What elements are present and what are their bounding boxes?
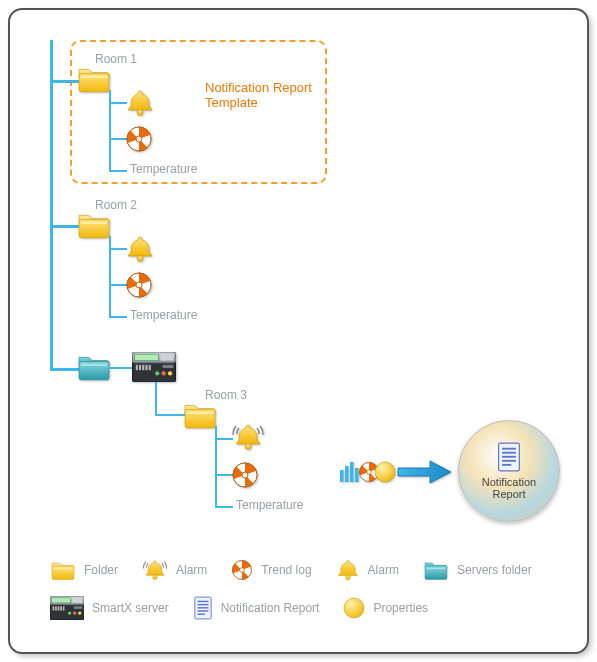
- smartx-server-icon: [132, 352, 176, 382]
- legend-label: SmartX server: [92, 601, 169, 615]
- room2-temp: Temperature: [130, 308, 197, 322]
- connector: [50, 225, 80, 228]
- connector: [50, 368, 80, 371]
- legend-alarm-bell: Alarm: [336, 558, 399, 582]
- flow-group: [340, 458, 454, 486]
- diagram-frame: Notification Report Template Room 1 Temp…: [8, 8, 589, 654]
- legend-trend: Trend log: [231, 559, 311, 581]
- folder-icon: [77, 64, 111, 94]
- legend-properties: Properties: [343, 597, 428, 619]
- connector: [110, 367, 132, 369]
- legend-folder: Folder: [50, 559, 118, 581]
- legend-label: Alarm: [176, 563, 207, 577]
- result-circle: Notification Report: [458, 420, 560, 522]
- folder-icon: [77, 210, 111, 240]
- tree-trunk: [50, 40, 53, 370]
- connector: [109, 316, 127, 318]
- properties-icon: [374, 461, 396, 483]
- legend-alarm-ring: Alarm: [142, 558, 207, 582]
- connector: [109, 170, 127, 172]
- legend-row: SmartX server Notification Report Proper…: [50, 596, 567, 620]
- bell-icon: [125, 234, 155, 264]
- svg-rect-33: [345, 466, 349, 482]
- arrow-icon: [396, 458, 454, 486]
- legend-smartx: SmartX server: [50, 596, 169, 620]
- template-label: Notification Report Template: [205, 80, 320, 110]
- legend-label: Alarm: [368, 563, 399, 577]
- connector: [155, 382, 157, 414]
- trend-icon: [125, 125, 153, 153]
- legend-row: Folder Alarm Trend log Alarm Servers fol…: [50, 558, 567, 582]
- room1-temp: Temperature: [130, 162, 197, 176]
- svg-rect-32: [340, 470, 344, 482]
- servers-folder-icon: [77, 352, 111, 382]
- room3-temp: Temperature: [236, 498, 303, 512]
- trend-icon: [125, 271, 153, 299]
- legend-label: Trend log: [261, 563, 311, 577]
- bell-icon: [125, 88, 155, 118]
- legend-servers-folder: Servers folder: [423, 559, 532, 581]
- legend: Folder Alarm Trend log Alarm Servers fol…: [50, 558, 567, 634]
- bell-ringing-icon: [231, 422, 265, 452]
- svg-rect-34: [350, 462, 354, 482]
- connector: [50, 80, 80, 83]
- trend-icon: [231, 461, 259, 489]
- doc-icon: [496, 442, 522, 472]
- folder-icon: [183, 400, 217, 430]
- legend-label: Servers folder: [457, 563, 532, 577]
- result-label: Notification Report: [482, 476, 536, 500]
- legend-notif-report: Notification Report: [193, 596, 320, 620]
- legend-label: Properties: [373, 601, 428, 615]
- connector: [155, 414, 185, 416]
- legend-label: Notification Report: [221, 601, 320, 615]
- connector: [215, 506, 233, 508]
- legend-label: Folder: [84, 563, 118, 577]
